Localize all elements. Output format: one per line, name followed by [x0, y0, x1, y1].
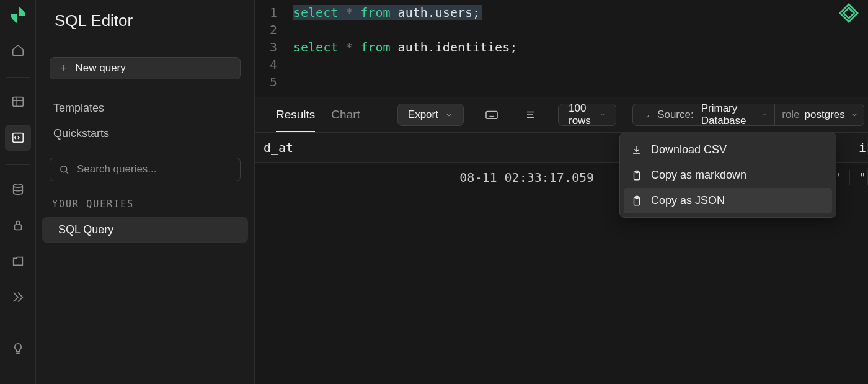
quickstarts-link[interactable]: Quickstarts	[50, 121, 241, 146]
export-button[interactable]: Export	[397, 104, 464, 126]
code-content: select * from auth.identities;	[293, 38, 520, 56]
svg-rect-8	[486, 112, 497, 119]
database-icon[interactable]	[5, 176, 31, 202]
new-query-button[interactable]: + New query	[50, 57, 241, 79]
tab-chart[interactable]: Chart	[331, 98, 360, 132]
code-content	[293, 21, 296, 38]
sidebar: SQL Editor + New query Templates Quickst…	[36, 0, 255, 384]
copy-json-item[interactable]: Copy as JSON	[624, 188, 832, 213]
table-editor-icon[interactable]	[5, 89, 31, 115]
keyboard-icon[interactable]	[480, 104, 503, 126]
wrap-lines-icon[interactable]	[520, 104, 542, 126]
clipboard-icon	[631, 170, 642, 181]
download-icon	[631, 145, 642, 156]
role-label: role	[782, 109, 799, 121]
new-query-label: New query	[76, 62, 126, 74]
ai-assistant-icon[interactable]	[838, 2, 859, 24]
cell: 08-11 02:33:17.059	[255, 170, 603, 185]
download-csv-item[interactable]: Download CSV	[624, 137, 832, 163]
source-select[interactable]: Source: Primary Database role postgres	[632, 104, 864, 126]
line-number: 2	[255, 21, 293, 38]
tab-results[interactable]: Results	[276, 98, 315, 132]
code-content	[293, 56, 296, 73]
cell: "d45cf357-bdb8-4821-a32a-7fc487cb17e6"	[850, 170, 868, 185]
code-line[interactable]: 2	[255, 21, 868, 38]
rows-label: 100 rows	[569, 102, 594, 127]
code-line[interactable]: 5	[255, 73, 868, 91]
role-select[interactable]: role postgres	[782, 109, 859, 121]
results-toolbar: Results Chart Export 100 rows Source: Pr…	[255, 97, 868, 133]
chevron-down-icon	[761, 110, 767, 119]
export-dropdown: Download CSV Copy as markdown Copy as JS…	[619, 133, 836, 218]
chevron-down-icon	[445, 110, 453, 119]
code-line[interactable]: 3select * from auth.identities;	[255, 38, 868, 56]
edge-functions-icon[interactable]	[5, 284, 31, 310]
svg-line-7	[66, 171, 68, 174]
chevron-down-icon	[850, 110, 859, 119]
role-value: postgres	[805, 109, 845, 121]
svg-point-4	[13, 184, 22, 188]
templates-link[interactable]: Templates	[50, 96, 241, 121]
home-icon[interactable]	[5, 37, 31, 63]
code-content	[293, 73, 296, 91]
page-title: SQL Editor	[36, 2, 254, 43]
clipboard-icon	[631, 195, 642, 207]
advisor-icon[interactable]	[5, 336, 31, 362]
column-header[interactable]: id	[850, 140, 868, 155]
icon-rail	[0, 0, 36, 384]
svg-rect-0	[12, 97, 23, 107]
main: 1select * from auth.users;23select * fro…	[255, 0, 868, 384]
export-label: Export	[408, 109, 438, 121]
search-queries-input[interactable]	[77, 163, 231, 176]
column-header[interactable]: d_at	[255, 140, 603, 155]
code-content: select * from auth.users;	[293, 4, 482, 21]
divider	[774, 104, 775, 126]
code-line[interactable]: 4	[255, 56, 868, 73]
query-item[interactable]: SQL Query	[42, 217, 248, 243]
line-number: 5	[255, 73, 293, 91]
chevron-down-icon	[600, 110, 605, 119]
svg-point-17	[644, 112, 649, 117]
line-number: 1	[255, 4, 293, 21]
copy-json-label: Copy as JSON	[651, 194, 725, 207]
search-icon	[59, 164, 69, 175]
source-value: Primary Database	[701, 102, 754, 127]
copy-markdown-item[interactable]: Copy as markdown	[624, 163, 832, 188]
search-queries-wrap	[50, 158, 241, 181]
copy-markdown-label: Copy as markdown	[651, 169, 746, 182]
your-queries-label: YOUR QUERIES	[52, 199, 241, 210]
svg-point-6	[61, 166, 67, 172]
svg-rect-5	[14, 225, 21, 230]
source-prefix: Source:	[657, 109, 694, 121]
auth-icon[interactable]	[5, 212, 31, 238]
rows-select[interactable]: 100 rows	[558, 104, 616, 126]
line-number: 4	[255, 56, 293, 73]
download-csv-label: Download CSV	[651, 143, 727, 156]
divider	[6, 164, 30, 165]
sql-editor-icon[interactable]	[5, 125, 31, 151]
logo	[8, 5, 28, 25]
divider	[6, 324, 30, 324]
storage-icon[interactable]	[5, 248, 31, 274]
divider	[6, 77, 30, 78]
code-editor[interactable]: 1select * from auth.users;23select * fro…	[255, 0, 868, 97]
plus-icon: +	[60, 62, 67, 75]
code-line[interactable]: 1select * from auth.users;	[255, 4, 868, 21]
loading-icon	[643, 109, 650, 120]
results-area: d_at id 08-11 02:33:17.059 os.com" "d45c…	[255, 133, 868, 384]
line-number: 3	[255, 38, 293, 56]
